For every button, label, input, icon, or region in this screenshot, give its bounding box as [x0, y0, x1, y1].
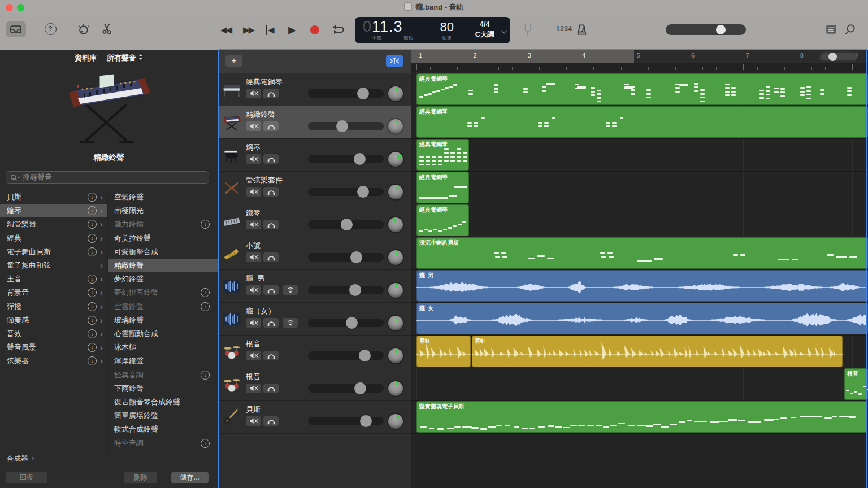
volume-thumb[interactable] — [354, 382, 366, 394]
volume-thumb[interactable] — [336, 120, 348, 132]
track-header[interactable]: 鐵琴 — [219, 204, 411, 237]
loop-browser-button[interactable] — [844, 24, 857, 35]
mute-button[interactable] — [246, 416, 261, 426]
mute-button[interactable] — [246, 318, 261, 328]
library-patch-item[interactable]: 夢幻鈴聲 — [107, 272, 218, 286]
region[interactable]: 霓虹 — [472, 336, 843, 367]
region[interactable]: 根音 — [844, 368, 868, 400]
solo-button[interactable] — [263, 416, 279, 426]
rewind-button[interactable]: ◀◀ — [220, 25, 231, 35]
mute-button[interactable] — [246, 187, 261, 197]
metronome-button[interactable] — [575, 23, 588, 36]
pan-knob[interactable] — [388, 217, 403, 232]
library-category-item[interactable]: 電子舞曲和弦 › — [0, 259, 107, 272]
volume-thumb[interactable] — [346, 317, 358, 329]
volume-slider[interactable] — [308, 319, 384, 327]
volume-slider[interactable] — [308, 122, 384, 130]
library-category-item[interactable]: 弦樂器 ↓› — [0, 354, 107, 368]
track-header[interactable]: 管弦樂套件 — [219, 171, 411, 204]
track-header[interactable]: 貝斯 — [219, 400, 411, 434]
region[interactable]: 癮_女 — [416, 303, 868, 334]
add-track-button[interactable]: + — [225, 55, 242, 67]
solo-button[interactable] — [263, 187, 279, 197]
revert-button[interactable]: 回復 — [6, 472, 47, 483]
volume-slider[interactable] — [308, 384, 384, 393]
library-category-item[interactable]: 經典 ↓› — [0, 232, 107, 245]
volume-thumb[interactable] — [359, 350, 371, 361]
volume-slider[interactable] — [308, 155, 384, 163]
library-patch-item[interactable]: 南極陽光 — [107, 204, 218, 217]
solo-button[interactable] — [263, 220, 279, 229]
library-patch-item[interactable]: 軟式合成鈴聲 — [107, 422, 218, 436]
fast-forward-button[interactable]: ▶▶ — [243, 25, 254, 35]
master-volume-slider[interactable] — [666, 24, 746, 35]
smart-controls-button[interactable] — [77, 23, 90, 36]
mute-button[interactable] — [246, 220, 261, 229]
play-button[interactable]: ▶ — [288, 24, 296, 36]
editors-button[interactable] — [101, 22, 114, 35]
mute-button[interactable] — [246, 154, 261, 164]
pan-knob[interactable] — [388, 152, 403, 167]
library-category-item[interactable]: 聲音風景 ↓› — [0, 341, 107, 354]
count-in-button[interactable]: 1234 — [556, 25, 572, 33]
region[interactable]: 經典電鋼琴 — [416, 106, 868, 138]
volume-slider[interactable] — [308, 253, 384, 262]
library-patch-item[interactable]: 夢幻悅耳鈴聲↓ — [107, 286, 218, 299]
volume-slider[interactable] — [308, 220, 384, 229]
track-header[interactable]: 癮（女） — [219, 302, 411, 336]
track-header[interactable]: 根音 — [219, 368, 411, 401]
library-patch-item[interactable]: 下雨鈴聲 — [107, 382, 218, 395]
volume-thumb[interactable] — [349, 284, 361, 296]
library-category-item[interactable]: 音效 ↓› — [0, 327, 107, 341]
library-category-item[interactable]: 鐘琴 ↓› — [0, 204, 107, 217]
solo-button[interactable] — [263, 384, 279, 393]
volume-slider[interactable] — [308, 417, 384, 425]
zoom-thumb[interactable] — [828, 53, 837, 61]
volume-thumb[interactable] — [357, 88, 369, 99]
volume-slider[interactable] — [308, 188, 384, 196]
library-patch-item[interactable]: 復古顫音琴合成鈴聲 — [107, 395, 218, 409]
library-category-item[interactable]: 背景音 ↓› — [0, 286, 107, 299]
pan-knob[interactable] — [388, 381, 403, 396]
track-header[interactable]: 癮_男 — [219, 269, 411, 303]
library-patch-item[interactable]: 心靈顫動合成 — [107, 327, 218, 341]
volume-slider[interactable] — [308, 351, 384, 360]
record-button[interactable] — [310, 25, 319, 34]
volume-thumb[interactable] — [360, 415, 372, 427]
region[interactable]: 經典電鋼琴 — [416, 204, 469, 236]
region[interactable]: 堅實靈魂電子貝斯 — [416, 401, 867, 433]
zoom-slider[interactable] — [821, 53, 857, 60]
volume-slider[interactable] — [308, 286, 384, 294]
solo-button[interactable] — [263, 252, 279, 262]
track-header[interactable]: 精緻鈴聲 — [219, 106, 411, 139]
pan-knob[interactable] — [388, 316, 403, 330]
region[interactable]: 經典電鋼琴 — [416, 172, 469, 203]
catch-playhead-button[interactable] — [386, 55, 403, 67]
synth-details-link[interactable]: 合成器› — [7, 454, 34, 464]
volume-thumb[interactable] — [354, 153, 366, 165]
library-category-item[interactable]: 貝斯 ↓› — [0, 190, 107, 204]
library-patch-item[interactable]: 魅力鈴鐺↓ — [107, 217, 218, 231]
library-category-item[interactable]: 彈撥 ↓› — [0, 300, 107, 313]
region[interactable]: 深沉小喇叭貝斯 — [416, 237, 868, 269]
solo-button[interactable] — [263, 89, 279, 98]
tuner-button[interactable] — [522, 23, 533, 37]
pan-knob[interactable] — [388, 119, 403, 134]
pan-knob[interactable] — [388, 414, 403, 429]
library-toggle-button[interactable] — [6, 21, 26, 37]
save-button[interactable]: 儲存… — [171, 472, 209, 483]
library-patch-item[interactable]: 冰木槌 — [107, 341, 218, 354]
volume-thumb[interactable] — [716, 25, 726, 34]
library-category-item[interactable]: 節奏感 ↓› — [0, 313, 107, 327]
mute-button[interactable] — [246, 285, 261, 295]
library-patch-item[interactable]: 時空音調↓ — [107, 437, 218, 450]
solo-button[interactable] — [263, 318, 279, 328]
pan-knob[interactable] — [388, 185, 403, 199]
region[interactable]: 經典電鋼琴 — [416, 73, 868, 105]
solo-button[interactable] — [263, 351, 279, 360]
track-header[interactable]: 根音 — [219, 335, 411, 368]
solo-button[interactable] — [263, 285, 279, 295]
mute-button[interactable] — [246, 252, 261, 262]
library-patch-item[interactable]: 玻璃鈴聲 — [107, 313, 218, 327]
library-patch-item[interactable]: 奇美拉鈴聲 — [107, 232, 218, 245]
